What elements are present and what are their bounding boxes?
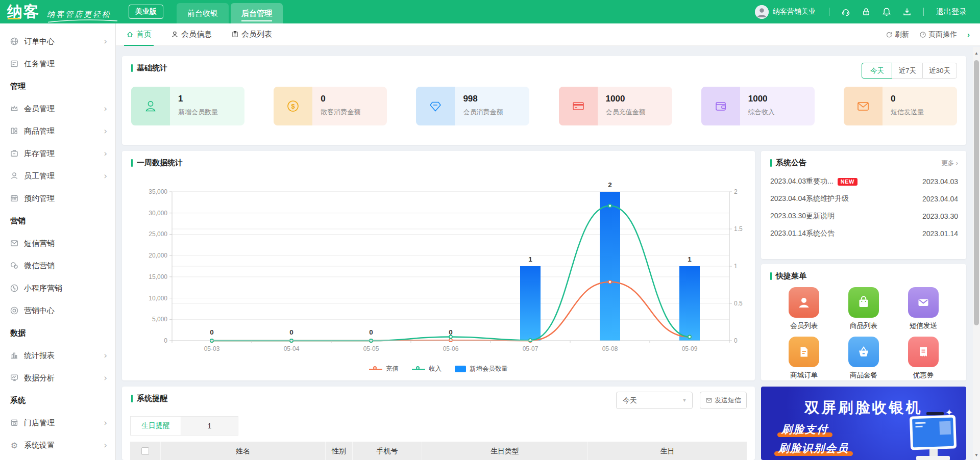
support-headset-icon[interactable] xyxy=(841,7,850,16)
scrollbar-thumb[interactable] xyxy=(974,60,979,325)
user-avatar[interactable] xyxy=(755,5,769,19)
nav-tab-backend-admin[interactable]: 后台管理 xyxy=(231,3,283,23)
stat-member-recharge: 1000会员充值金额 xyxy=(559,87,672,125)
sidebar-item-data-analysis[interactable]: 数据分析 › xyxy=(0,367,115,389)
quick-goods-list[interactable]: 商品列表 xyxy=(848,287,879,330)
avatar-person-icon xyxy=(755,5,769,19)
tab-birthday-reminder[interactable]: 生日提醒 xyxy=(130,416,181,436)
sidebar-item-staff-manage[interactable]: 员工管理 › xyxy=(0,165,115,187)
legend-new-members[interactable]: 新增会员数量 xyxy=(455,365,508,373)
quick-menu-card: 快捷菜单 会员列表 商品列表 短信发送 商城订单 xyxy=(761,264,966,380)
legend-line-marker xyxy=(369,369,382,370)
svg-text:30,000: 30,000 xyxy=(149,210,167,217)
tab-home[interactable]: 首页 xyxy=(126,23,152,46)
miniprogram-icon xyxy=(10,284,19,293)
tab-birthday-count[interactable]: 1 xyxy=(181,416,238,436)
quick-sms-send[interactable]: 短信发送 xyxy=(908,287,939,330)
stat-sms-sent: 0短信发送量 xyxy=(844,87,957,125)
svg-text:1.5: 1.5 xyxy=(734,225,743,233)
scroll-down-arrow[interactable]: ▼ xyxy=(973,452,980,459)
announcement-row[interactable]: 2023.01.14系统公告 2023.01.14 xyxy=(761,225,966,242)
sidebar-item-wechat-marketing[interactable]: 微信营销 xyxy=(0,254,115,277)
legend-income[interactable]: 收入 xyxy=(412,365,442,373)
svg-text:0: 0 xyxy=(369,328,373,336)
edition-badge: 美业版 xyxy=(129,5,163,19)
sidebar-item-order-center[interactable]: 订单中心 › xyxy=(0,30,115,53)
download-icon[interactable] xyxy=(902,7,912,16)
chevron-right-icon: › xyxy=(104,171,107,181)
sidebar-item-marketing-center[interactable]: 营销中心 xyxy=(0,299,115,322)
monitor-chart-icon xyxy=(10,373,19,382)
page-scrollbar[interactable]: ▲ ▼ xyxy=(973,47,980,460)
sidebar-item-store-manage[interactable]: 门店管理 › xyxy=(0,412,115,434)
more-link[interactable]: 更多 › xyxy=(941,159,958,168)
range-30days-button[interactable]: 近30天 xyxy=(922,63,957,79)
announcements-title: 系统公告 xyxy=(761,151,966,168)
date-range-switch: 今天 近7天 近30天 xyxy=(862,63,957,79)
person-icon xyxy=(10,171,19,181)
promo-banner[interactable]: 双屏刷脸收银机 刷脸支付 刷脸识别会员 ✦ ✦ xyxy=(761,387,966,460)
quick-coupon[interactable]: 优惠券 xyxy=(908,337,939,380)
svg-text:35,000: 35,000 xyxy=(149,188,167,195)
stat-member-spend: 998会员消费金额 xyxy=(416,87,529,125)
sidebar-item-member-manage[interactable]: 会员管理 › xyxy=(0,97,115,120)
svg-text:1: 1 xyxy=(734,263,738,270)
legend-charge[interactable]: 充值 xyxy=(369,365,399,373)
active-tab-underline xyxy=(241,20,272,21)
chevron-right-icon: › xyxy=(104,440,107,450)
chevron-right-icon: › xyxy=(104,126,107,136)
tab-member-info[interactable]: 会员信息 xyxy=(171,23,212,46)
sidebar-item-goods-manage[interactable]: 商品管理 › xyxy=(0,120,115,142)
quick-goods-package[interactable]: 商品套餐 xyxy=(848,337,879,380)
person-icon xyxy=(171,31,179,38)
announcement-row[interactable]: 2023.04.04系统维护升级 2023.04.04 xyxy=(761,190,966,208)
sidebar-item-sms-marketing[interactable]: 短信营销 xyxy=(0,232,115,254)
credit-card-icon xyxy=(559,87,598,125)
announcement-row[interactable]: 2023.03.30更新说明 2023.03.30 xyxy=(761,208,966,225)
stat-new-members: 1新增会员数量 xyxy=(131,87,244,125)
app-logo: 纳客 纳客管店更轻松 xyxy=(7,0,118,23)
sidebar-item-task-manage[interactable]: 任务管理 xyxy=(0,53,115,75)
send-sms-button[interactable]: 发送短信 xyxy=(700,392,747,409)
scroll-up-arrow[interactable]: ▲ xyxy=(973,50,980,57)
logo-text: 纳客 xyxy=(7,0,40,23)
svg-text:05-04: 05-04 xyxy=(284,345,300,352)
envelope-icon xyxy=(705,397,713,404)
lock-icon[interactable] xyxy=(862,7,871,16)
svg-text:05-05: 05-05 xyxy=(363,345,379,352)
range-7days-button[interactable]: 近7天 xyxy=(892,63,923,79)
stat-walkin-spend: $ 0散客消费金额 xyxy=(274,87,387,125)
announcement-row[interactable]: 2023.04.03重要功...NEW 2023.04.03 xyxy=(761,173,966,190)
tab-member-list[interactable]: 会员列表 xyxy=(231,23,272,46)
pos-machine-base xyxy=(916,456,950,460)
calendar-icon xyxy=(10,194,19,203)
reminder-filter-select[interactable]: 今天 ▼ xyxy=(616,392,693,409)
svg-text:25,000: 25,000 xyxy=(149,231,167,238)
sidebar: 订单中心 › 任务管理 管理 会员管理 › 商品管理 › 库存管理 › 员工管理… xyxy=(0,23,116,460)
expand-chevron-icon[interactable]: › xyxy=(967,30,970,39)
bell-icon[interactable] xyxy=(882,7,891,16)
sidebar-item-system-settings[interactable]: ⚙ 系统设置 › xyxy=(0,434,115,456)
page-actions-button[interactable]: 页面操作 xyxy=(919,30,957,39)
top-header: 纳客 纳客管店更轻松 美业版 前台收银 后台管理 纳客营销美业 xyxy=(0,0,980,23)
crown-icon xyxy=(10,104,19,113)
task-board-icon xyxy=(10,59,19,68)
select-all-checkbox[interactable] xyxy=(141,447,149,455)
quick-mall-orders[interactable]: 商城订单 xyxy=(789,337,819,380)
document-icon xyxy=(789,337,819,367)
svg-text:10,000: 10,000 xyxy=(149,295,167,302)
sidebar-section-system: 系统 xyxy=(0,389,115,412)
logout-button[interactable]: 退出登录 xyxy=(936,7,967,17)
range-today-button[interactable]: 今天 xyxy=(862,63,892,79)
sidebar-item-appointment-manage[interactable]: 预约管理 xyxy=(0,187,115,210)
tabbar-right-controls: 刷新 页面操作 › xyxy=(886,30,980,39)
refresh-button[interactable]: 刷新 xyxy=(886,30,909,39)
sidebar-item-inventory-manage[interactable]: 库存管理 › xyxy=(0,142,115,165)
quick-member-list[interactable]: 会员列表 xyxy=(789,287,819,330)
nav-tab-front-cashier[interactable]: 前台收银 xyxy=(177,3,229,23)
globe-icon xyxy=(10,37,19,46)
sidebar-item-report[interactable]: 统计报表 › xyxy=(0,344,115,367)
user-name[interactable]: 纳客营销美业 xyxy=(773,7,816,16)
sidebar-item-miniprogram-marketing[interactable]: 小程序营销 xyxy=(0,277,115,299)
basic-stats-title: 基础统计 xyxy=(122,56,966,73)
